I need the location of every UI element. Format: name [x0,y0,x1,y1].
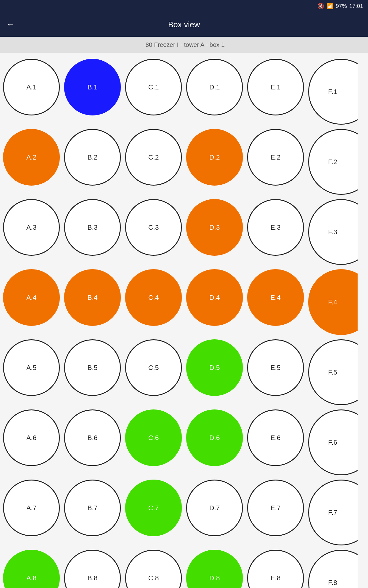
cell-f-1[interactable]: F.1 [308,59,368,125]
cell-b-3[interactable]: B.3 [64,199,121,256]
header: ← Box view [0,12,368,37]
page-title: Box view [168,20,200,29]
cell-e-6[interactable]: E.6 [247,409,304,466]
cell-e-3[interactable]: E.3 [247,199,304,256]
cell-b-6[interactable]: B.6 [64,409,121,466]
cell-d-6[interactable]: D.6 [186,409,243,466]
cell-d-3[interactable]: D.3 [186,199,243,256]
grid-area: A.1B.1C.1D.1E.1F.1A.2B.2C.2D.2E.2F.2A.3B… [0,53,368,588]
cell-a-7[interactable]: A.7 [3,480,60,536]
cell-e-2[interactable]: E.2 [247,129,304,186]
mute-icon: 🔇 [317,3,324,9]
cell-grid: A.1B.1C.1D.1E.1F.1A.2B.2C.2D.2E.2F.2A.3B… [3,59,365,588]
cell-b-8[interactable]: B.8 [64,550,121,588]
cell-b-4[interactable]: B.4 [64,269,121,326]
cell-c-7[interactable]: C.7 [125,480,182,536]
cell-e-8[interactable]: E.8 [247,550,304,588]
cell-d-2[interactable]: D.2 [186,129,243,186]
cell-b-7[interactable]: B.7 [64,480,121,536]
clock: 17:01 [349,3,363,9]
cell-d-4[interactable]: D.4 [186,269,243,326]
cell-f-4[interactable]: F.4 [308,269,368,335]
cell-a-6[interactable]: A.6 [3,409,60,466]
back-button[interactable]: ← [6,20,15,29]
cell-f-8[interactable]: F.8 [308,550,368,588]
cell-c-1[interactable]: C.1 [125,59,182,115]
cell-a-8[interactable]: A.8 [3,550,60,588]
cell-e-4[interactable]: E.4 [247,269,304,326]
cell-b-2[interactable]: B.2 [64,129,121,186]
cell-e-7[interactable]: E.7 [247,480,304,536]
cell-a-5[interactable]: A.5 [3,339,60,396]
cell-f-6[interactable]: F.6 [308,409,368,475]
cell-c-5[interactable]: C.5 [125,339,182,396]
subtitle-bar: -80 Freezer I - tower A - box 1 [0,37,368,53]
cell-c-2[interactable]: C.2 [125,129,182,186]
cell-b-5[interactable]: B.5 [64,339,121,396]
cell-d-7[interactable]: D.7 [186,480,243,536]
status-bar: 🔇 📶 97% 17:01 [0,0,368,12]
cell-a-2[interactable]: A.2 [3,129,60,186]
battery-label: 97% [336,3,347,9]
location-label: -80 Freezer I - tower A - box 1 [144,41,225,48]
cell-a-4[interactable]: A.4 [3,269,60,326]
cell-f-3[interactable]: F.3 [308,199,368,265]
cell-b-1[interactable]: B.1 [64,59,121,115]
cell-c-8[interactable]: C.8 [125,550,182,588]
cell-e-1[interactable]: E.1 [247,59,304,115]
status-icons: 🔇 📶 97% 17:01 [317,3,363,9]
cell-c-6[interactable]: C.6 [125,409,182,466]
cell-d-8[interactable]: D.8 [186,550,243,588]
cell-f-7[interactable]: F.7 [308,480,368,545]
cell-e-5[interactable]: E.5 [247,339,304,396]
cell-f-2[interactable]: F.2 [308,129,368,195]
cell-c-4[interactable]: C.4 [125,269,182,326]
cell-a-3[interactable]: A.3 [3,199,60,256]
wifi-icon: 📶 [327,3,333,9]
cell-d-5[interactable]: D.5 [186,339,243,396]
cell-f-5[interactable]: F.5 [308,339,368,405]
cell-d-1[interactable]: D.1 [186,59,243,115]
cell-a-1[interactable]: A.1 [3,59,60,115]
cell-c-3[interactable]: C.3 [125,199,182,256]
